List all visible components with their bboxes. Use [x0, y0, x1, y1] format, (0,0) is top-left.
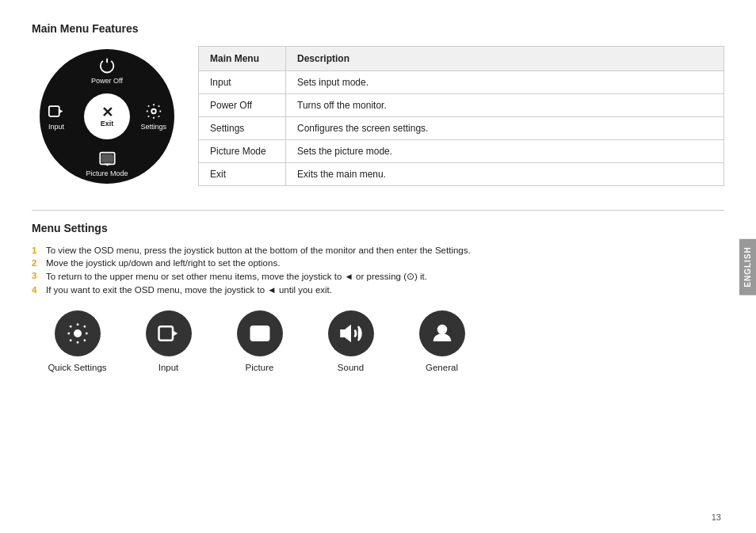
page-content: Main Menu Features Power Off: [0, 0, 756, 388]
main-menu-features-layout: Power Off Input: [32, 46, 724, 186]
section-menu-settings: Menu Settings 1To view the OSD menu, pre…: [32, 222, 724, 372]
sidebar-english-tab: ENGLISH: [739, 238, 756, 295]
icon-label-input: Input: [158, 363, 179, 372]
settings-step: 3To return to the upper menu or set othe…: [32, 271, 724, 282]
icon-label-sound: Sound: [338, 363, 364, 372]
settings-step: 4If you want to exit the OSD menu, move …: [32, 285, 724, 295]
icon-label-picture: Picture: [246, 363, 274, 372]
circle-item-picture-label: Picture Mode: [86, 169, 128, 177]
menu-settings-title: Menu Settings: [32, 222, 724, 234]
circle-item-input: Input: [48, 102, 65, 130]
table-cell-description: Configures the screen settings.: [286, 117, 724, 140]
table-cell-menu: Exit: [199, 163, 286, 186]
svg-rect-7: [158, 326, 173, 341]
circle-item-power: Power Off: [91, 57, 123, 85]
step-number: 1: [32, 246, 41, 255]
step-text: If you want to exit the OSD menu, move t…: [46, 285, 332, 295]
svg-point-6: [74, 330, 81, 337]
circle-item-settings: Settings: [140, 102, 166, 130]
icon-circle-picture: [237, 310, 283, 356]
circle-item-input-label: Input: [48, 122, 64, 130]
circle-center-exit: ✕ Exit: [84, 93, 130, 139]
menu-table: Main Menu Description InputSets input mo…: [198, 46, 724, 186]
icon-item-picture: Picture: [214, 310, 305, 372]
icon-item-sound: Sound: [305, 310, 396, 372]
icons-row: Quick SettingsInputPictureSoundGeneral: [32, 310, 724, 372]
settings-step: 2Move the joystick up/down and left/righ…: [32, 258, 724, 268]
icon-circle-general: [419, 310, 465, 356]
circle-center-label: Exit: [101, 120, 114, 128]
svg-rect-3: [102, 154, 113, 162]
table-cell-menu: Picture Mode: [199, 140, 286, 163]
icon-circle-sound: [328, 310, 374, 356]
table-header-menu: Main Menu: [199, 47, 286, 71]
table-row: InputSets input mode.: [199, 71, 724, 94]
table-row: Picture ModeSets the picture mode.: [199, 140, 724, 163]
table-header-description: Description: [286, 47, 724, 71]
icon-item-quick-settings: Quick Settings: [32, 310, 123, 372]
icon-circle-quick-settings: [55, 310, 101, 356]
table-cell-description: Turns off the monitor.: [286, 94, 724, 117]
circle-item-settings-label: Settings: [140, 122, 166, 130]
step-number: 3: [32, 271, 41, 282]
icon-label-quick-settings: Quick Settings: [48, 363, 106, 372]
exit-x-icon: ✕: [101, 105, 113, 120]
table-cell-menu: Settings: [199, 117, 286, 140]
main-menu-title: Main Menu Features: [32, 22, 724, 35]
svg-point-1: [151, 109, 156, 113]
table-cell-description: Sets the picture mode.: [286, 140, 724, 163]
icon-item-general: General: [396, 310, 487, 372]
section-main-menu: Main Menu Features Power Off: [32, 22, 724, 186]
icon-label-general: General: [426, 363, 458, 372]
svg-point-11: [438, 326, 446, 333]
table-cell-menu: Power Off: [199, 94, 286, 117]
table-cell-description: Sets input mode.: [286, 71, 724, 94]
step-text: Move the joystick up/down and left/right…: [46, 258, 280, 268]
icon-circle-input: [146, 310, 192, 356]
table-row: SettingsConfigures the screen settings.: [199, 117, 724, 140]
settings-step: 1To view the OSD menu, press the joystic…: [32, 246, 724, 255]
settings-steps-list: 1To view the OSD menu, press the joystic…: [32, 246, 724, 295]
table-row: ExitExits the main menu.: [199, 163, 724, 186]
page-number: 13: [712, 512, 721, 522]
step-number: 4: [32, 285, 41, 295]
osd-circle: Power Off Input: [40, 49, 174, 184]
circle-item-power-label: Power Off: [91, 77, 123, 85]
svg-rect-0: [49, 106, 59, 116]
table-cell-description: Exits the main menu.: [286, 163, 724, 186]
step-number: 2: [32, 258, 41, 268]
step-text: To view the OSD menu, press the joystick…: [46, 246, 471, 255]
table-cell-menu: Input: [199, 71, 286, 94]
icon-item-input: Input: [123, 310, 214, 372]
step-text: To return to the upper menu or set other…: [46, 271, 427, 282]
circle-item-picture: Picture Mode: [86, 150, 128, 177]
table-row: Power OffTurns off the monitor.: [199, 94, 724, 117]
svg-marker-10: [341, 326, 349, 341]
section-divider: [32, 210, 724, 211]
circle-diagram: Power Off Input: [32, 46, 182, 186]
